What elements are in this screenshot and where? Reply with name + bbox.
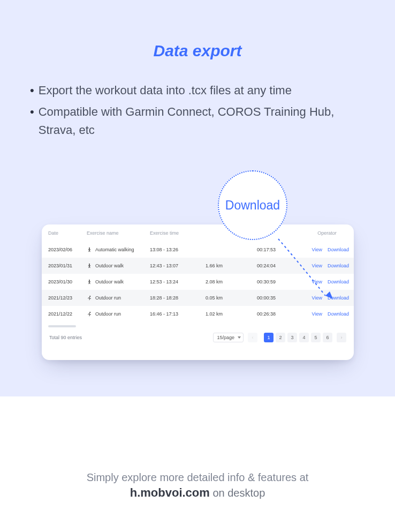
- table-header-row: Date Exercise name Exercise time uration…: [42, 224, 354, 242]
- exercise-name: Outdoor walk: [95, 279, 124, 284]
- bullet-item: • Export the workout data into .tcx file…: [30, 81, 374, 100]
- cell-date: 2021/12/22: [48, 311, 87, 317]
- col-operator: Operator: [303, 230, 351, 236]
- svg-point-2: [89, 264, 90, 265]
- scrollbar-thumb[interactable]: [48, 325, 76, 327]
- view-link[interactable]: View: [312, 279, 322, 284]
- svg-point-3: [89, 280, 90, 281]
- cell-duration: 00:30:59: [257, 279, 303, 284]
- view-link[interactable]: View: [312, 263, 322, 268]
- exercise-name: Outdoor walk: [95, 263, 124, 268]
- exercise-name: Outdoor run: [95, 295, 121, 301]
- cell-date: 2023/01/31: [48, 263, 87, 268]
- table-row: 2023/01/30Outdoor walk12:53 - 13:242.08 …: [42, 274, 354, 290]
- pager-page-button[interactable]: 2: [276, 333, 285, 342]
- view-link[interactable]: View: [312, 311, 322, 317]
- walk-icon: [87, 247, 92, 252]
- cell-duration: 00:00:35: [257, 295, 303, 301]
- cell-operator: ViewDownload: [303, 295, 351, 301]
- footer-line2: h.mobvoi.com on desktop: [0, 486, 395, 500]
- download-link[interactable]: Download: [328, 279, 349, 284]
- chevron-down-icon: [238, 336, 241, 339]
- cell-exercise: Outdoor run: [87, 311, 150, 317]
- pager-page-button[interactable]: 5: [311, 333, 321, 342]
- table-row: 2021/12/22Outdoor run16:46 - 17:131.02 k…: [42, 306, 354, 322]
- download-callout: Download: [218, 170, 287, 240]
- cell-time: 16:46 - 17:13: [150, 311, 206, 317]
- table-row: 2021/12/23Outdoor run18:28 - 18:280.05 k…: [42, 290, 354, 306]
- footer-suffix: on desktop: [212, 487, 265, 499]
- cell-time: 12:43 - 13:07: [150, 263, 206, 268]
- bullet-list: • Export the workout data into .tcx file…: [0, 81, 395, 139]
- cell-date: 2023/01/30: [48, 279, 87, 284]
- cell-time: 13:08 - 13:26: [150, 247, 206, 252]
- cell-duration: 00:17:53: [257, 247, 303, 252]
- cell-distance: 1.02 km: [206, 311, 257, 317]
- download-callout-label: Download: [218, 170, 287, 240]
- cell-exercise: Automatic walking: [87, 247, 150, 252]
- exercise-name: Automatic walking: [95, 247, 134, 252]
- pager-page-button[interactable]: 1: [264, 333, 274, 342]
- per-page-select[interactable]: 15/page: [213, 333, 244, 342]
- bullet-text: Export the workout data into .tcx files …: [39, 81, 374, 100]
- horizontal-scrollbar[interactable]: [48, 325, 347, 327]
- table-row: 2023/02/06Automatic walking13:08 - 13:26…: [42, 242, 354, 258]
- bullet-dot-icon: •: [30, 81, 34, 100]
- exercise-name: Outdoor run: [95, 311, 121, 317]
- svg-point-5: [89, 312, 90, 313]
- bullet-item: • Compatible with Garmin Connect, COROS …: [30, 103, 374, 139]
- cell-duration: 00:24:04: [257, 263, 303, 268]
- view-link[interactable]: View: [312, 247, 322, 252]
- col-exercise: Exercise name: [87, 230, 150, 236]
- run-icon: [87, 311, 92, 317]
- cell-date: 2021/12/23: [48, 295, 87, 301]
- cell-distance: 1.66 km: [206, 263, 257, 268]
- svg-point-1: [89, 248, 90, 249]
- pager-page-button[interactable]: 6: [323, 333, 332, 342]
- run-icon: [87, 295, 92, 301]
- cell-exercise: Outdoor walk: [87, 279, 150, 284]
- download-link[interactable]: Download: [328, 263, 349, 268]
- cell-duration: 00:26:38: [257, 311, 303, 317]
- cell-operator: ViewDownload: [303, 279, 351, 284]
- pager-page-button[interactable]: 4: [299, 333, 309, 342]
- footer-line1: Simply explore more detailed info & feat…: [0, 471, 395, 484]
- view-link[interactable]: View: [312, 295, 322, 301]
- walk-icon: [87, 279, 92, 284]
- cell-exercise: Outdoor walk: [87, 263, 150, 268]
- svg-point-4: [89, 296, 90, 297]
- page-title: Data export: [0, 42, 395, 60]
- download-link[interactable]: Download: [328, 311, 349, 317]
- col-time: Exercise time: [150, 230, 206, 236]
- cell-time: 18:28 - 18:28: [150, 295, 206, 301]
- export-table-panel: Date Exercise name Exercise time uration…: [42, 224, 354, 360]
- cell-date: 2023/02/06: [48, 247, 87, 252]
- col-date: Date: [48, 230, 87, 236]
- pager: Total 90 entries 15/page ‹ 123456 ›: [42, 327, 354, 342]
- pager-prev-button[interactable]: ‹: [248, 333, 257, 342]
- bullet-text: Compatible with Garmin Connect, COROS Tr…: [39, 103, 374, 139]
- footer-domain: h.mobvoi.com: [130, 486, 210, 499]
- cell-exercise: Outdoor run: [87, 295, 150, 301]
- per-page-value: 15/page: [217, 335, 234, 340]
- bullet-dot-icon: •: [30, 103, 34, 121]
- download-link[interactable]: Download: [328, 295, 349, 301]
- table-row: 2023/01/31Outdoor walk12:43 - 13:071.66 …: [42, 258, 354, 274]
- footer: Simply explore more detailed info & feat…: [0, 396, 395, 500]
- cell-distance: 0.05 km: [206, 295, 257, 301]
- cell-operator: ViewDownload: [303, 247, 351, 252]
- cell-operator: ViewDownload: [303, 263, 351, 268]
- pager-page-button[interactable]: 3: [287, 333, 297, 342]
- pager-next-button[interactable]: ›: [337, 333, 346, 342]
- total-entries-label: Total 90 entries: [49, 335, 82, 340]
- cell-distance: 2.08 km: [206, 279, 257, 284]
- cell-operator: ViewDownload: [303, 311, 351, 317]
- download-link[interactable]: Download: [328, 247, 349, 252]
- walk-icon: [87, 263, 92, 268]
- cell-time: 12:53 - 13:24: [150, 279, 206, 284]
